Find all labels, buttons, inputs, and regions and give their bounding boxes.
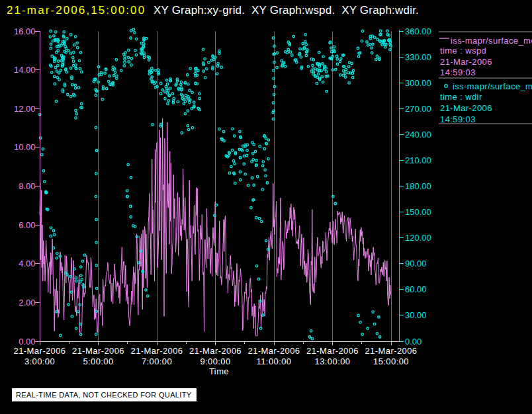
svg-text:240.00: 240.00 — [405, 130, 431, 140]
svg-text:Time: Time — [209, 366, 229, 376]
svg-text:270.00: 270.00 — [405, 104, 431, 114]
svg-text:60.00: 60.00 — [405, 284, 427, 294]
svg-text:8.00: 8.00 — [19, 181, 35, 191]
svg-text:21-Mar-2006: 21-Mar-2006 — [189, 346, 242, 356]
svg-text:21-mar-2006,15:00:00: 21-mar-2006,15:00:00 — [7, 4, 146, 17]
svg-text:21-Mar-2006: 21-Mar-2006 — [440, 103, 492, 113]
svg-text:14:59:03: 14:59:03 — [440, 67, 476, 77]
svg-text:15:00:00: 15:00:00 — [373, 356, 409, 366]
svg-text:5:00:00: 5:00:00 — [83, 356, 113, 366]
svg-text:2.00: 2.00 — [19, 298, 35, 308]
svg-text:9:00:00: 9:00:00 — [200, 356, 230, 366]
svg-text:time : wspd: time : wspd — [440, 46, 486, 56]
svg-text:21-Mar-2006: 21-Mar-2006 — [248, 346, 300, 356]
svg-text:13:00:00: 13:00:00 — [315, 356, 351, 366]
svg-text:30.00: 30.00 — [405, 310, 427, 320]
svg-text:300.00: 300.00 — [405, 78, 431, 88]
svg-text:12.00: 12.00 — [14, 104, 36, 114]
svg-text:14.00: 14.00 — [14, 65, 36, 75]
svg-text:16.00: 16.00 — [14, 26, 36, 36]
svg-text:11:00:00: 11:00:00 — [257, 356, 292, 366]
svg-text:iss-mapr/surface_me: iss-mapr/surface_me — [451, 36, 532, 46]
svg-text:360.00: 360.00 — [405, 26, 431, 36]
svg-text:time : wdir: time : wdir — [440, 92, 482, 102]
svg-text:180.00: 180.00 — [405, 181, 431, 191]
svg-text:6.00: 6.00 — [19, 220, 35, 230]
svg-text:XY Graph:xy-grid. XY Graph:ws: XY Graph:xy-grid. XY Graph:wspd. XY Grap… — [154, 4, 419, 17]
svg-text:90.00: 90.00 — [405, 259, 427, 269]
svg-text:0.00: 0.00 — [405, 337, 421, 347]
svg-text:iss-mapr/surface_me: iss-mapr/surface_me — [453, 81, 532, 91]
svg-text:14:59:03: 14:59:03 — [440, 114, 476, 124]
svg-text:0.00: 0.00 — [19, 337, 35, 347]
svg-text:3:00:00: 3:00:00 — [24, 356, 55, 366]
svg-text:7:00:00: 7:00:00 — [142, 356, 172, 366]
svg-text:150.00: 150.00 — [405, 207, 431, 217]
svg-text:REAL-TIME DATA, NOT CHECKED FO: REAL-TIME DATA, NOT CHECKED FOR QUALITY — [16, 391, 192, 399]
svg-text:21-Mar-2006: 21-Mar-2006 — [440, 57, 492, 67]
svg-text:330.00: 330.00 — [405, 52, 431, 62]
svg-text:21-Mar-2006: 21-Mar-2006 — [131, 346, 183, 356]
svg-text:10.00: 10.00 — [14, 142, 36, 152]
svg-text:4.00: 4.00 — [19, 259, 35, 269]
svg-text:21-Mar-2006: 21-Mar-2006 — [72, 346, 124, 356]
svg-text:120.00: 120.00 — [405, 233, 431, 243]
svg-text:21-Mar-2006: 21-Mar-2006 — [365, 346, 418, 356]
svg-text:21-Mar-2006: 21-Mar-2006 — [14, 346, 66, 356]
svg-text:210.00: 210.00 — [405, 155, 431, 165]
svg-text:21-Mar-2006: 21-Mar-2006 — [306, 346, 359, 356]
